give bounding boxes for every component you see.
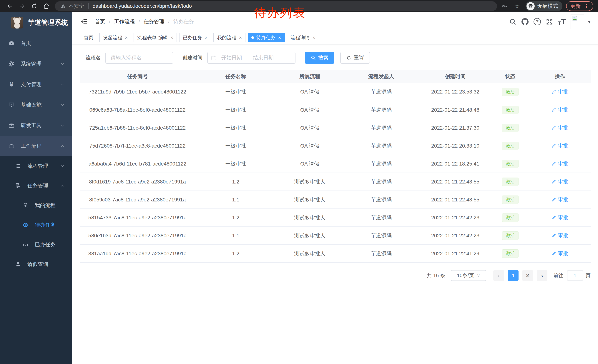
view-tab[interactable]: 首页 [80,33,97,42]
task-name-cell: 1.2 [195,173,277,191]
fullscreen-icon[interactable] [546,18,553,25]
initiator-cell: 芋道源码 [343,191,419,209]
table-row: 725a1eb6-7b88-11ec-8ef0-acde48001122 一级审… [80,119,590,137]
help-icon[interactable]: ? [533,18,541,25]
approve-button[interactable]: 审批 [552,142,568,149]
update-label[interactable]: 更新 [570,3,581,10]
avatar[interactable] [571,14,584,29]
bookmark-star-icon[interactable]: ☆ [512,1,522,11]
approve-button[interactable]: 审批 [552,250,568,257]
date-range-picker[interactable]: - [207,52,295,64]
range-separator: - [247,55,248,61]
breadcrumb-item[interactable]: 任务管理 [144,18,165,25]
process-cell: OA 请假 [277,137,343,155]
tab-close-icon[interactable]: × [125,35,128,40]
process-cell: OA 请假 [277,101,343,119]
approve-button[interactable]: 审批 [552,178,568,185]
view-tab[interactable]: 流程详情 × [287,33,319,42]
browser-back-icon[interactable] [5,1,15,11]
pencil-icon [552,233,556,238]
breadcrumb-item[interactable]: 首页 [95,18,105,25]
sidebar-item-label: 工作流程 [21,143,42,150]
total-count: 共 16 条 [427,272,445,279]
page-size-select[interactable]: 10条/页 ∨ [451,270,486,281]
sidebar-item-home[interactable]: 首页 [0,33,72,54]
avatar-caret-icon[interactable]: ▾ [588,19,590,25]
table-row: 069c6a63-7b8a-11ec-8ef0-acde48001122 一级审… [80,101,590,119]
sidebar-item-leave-query[interactable]: 请假查询 [0,254,72,274]
end-date-input[interactable] [249,55,277,61]
sidebar-item-my-process[interactable]: 我的流程 [0,195,72,215]
task-name-cell: 1.1 [195,226,277,245]
sidebar-item-infrastructure[interactable]: 基础设施 [0,95,72,115]
browser-update-button[interactable]: 更新 ⋮ [566,1,593,11]
url-text[interactable]: dashboard.yudao.iocoder.cn/bpm/task/todo [93,3,192,9]
sidebar-item-label: 系统管理 [21,60,42,67]
reset-button[interactable]: 重置 [340,52,370,64]
process-name-input[interactable] [105,52,173,64]
not-secure-warning-icon[interactable] [60,3,66,9]
sidebar-item-devtools[interactable]: 研发工具 [0,115,72,136]
goto-page-input[interactable] [567,270,583,281]
password-key-icon[interactable] [500,1,510,11]
table-row: 8f0d1619-7ac8-11ec-a9e2-a2380e71991a 1.2… [80,173,590,191]
sidebar-item-workflow[interactable]: 工作流程 [0,136,72,156]
approve-button[interactable]: 审批 [552,232,568,239]
pencil-icon [552,125,556,130]
sidebar-item-task-management[interactable]: 任务管理 [0,176,72,195]
goto-label: 前往 [553,272,563,279]
next-page-button[interactable]: › [537,270,548,281]
tab-close-icon[interactable]: × [239,35,242,40]
sidebar-item-done-tasks[interactable]: 已办任务 [0,235,72,254]
view-tab[interactable]: 我的流程 × [213,33,245,42]
view-tab[interactable]: 已办任务 × [179,33,211,42]
sidebar-item-payment[interactable]: ¥ 支付管理 [0,74,72,95]
tab-close-icon[interactable]: × [313,35,315,40]
todo-task-table: 任务编号任务名称所属流程流程发起人创建时间状态操作 73211d9d-7b9b-… [80,70,590,263]
sidebar-item-todo-tasks[interactable]: 待办任务 [0,215,72,235]
search-button[interactable]: 搜索 [305,52,334,64]
approve-button[interactable]: 审批 [552,124,568,131]
approve-button[interactable]: 审批 [552,214,568,221]
sidebar-item-system[interactable]: 系统管理 [0,54,72,74]
tab-close-icon[interactable]: × [170,35,173,40]
github-icon[interactable] [521,18,529,25]
view-tab[interactable]: 待办任务 × [248,33,284,42]
incognito-icon [526,2,535,10]
start-date-input[interactable] [218,55,245,61]
prev-page-button[interactable]: ‹ [493,270,504,281]
security-label[interactable]: 不安全 [68,3,84,10]
pencil-icon [552,197,556,202]
table-row: 8f059c03-7ac8-11ec-a9e2-a2380e71991a 1.1… [80,191,590,209]
approve-button[interactable]: 审批 [552,106,568,113]
chevron-down-icon: ∨ [477,273,480,278]
approve-button[interactable]: 审批 [552,160,568,167]
status-badge: 激活 [502,249,519,258]
task-id-cell: 069c6a63-7b8a-11ec-8ef0-acde48001122 [80,101,195,119]
approve-button[interactable]: 审批 [552,88,568,95]
browser-forward-icon[interactable] [17,1,27,11]
breadcrumb-item[interactable]: 工作流程 [114,18,135,25]
breadcrumb-item[interactable]: 待办任务 [173,18,194,25]
process-cell: 测试多审批人 [277,209,343,226]
approve-button[interactable]: 审批 [552,196,568,203]
table-row: 58154733-7ac8-11ec-a9e2-a2380e71991a 1.2… [80,209,590,226]
sidebar-item-process-management[interactable]: 流程管理 [0,156,72,176]
search-icon[interactable] [509,18,516,25]
tab-close-icon[interactable]: × [278,35,281,40]
font-size-icon[interactable]: TT [558,17,566,26]
browser-home-icon[interactable] [42,1,51,11]
view-tab[interactable]: 流程表单-编辑 × [133,33,177,42]
sidebar-collapse-icon[interactable] [80,17,89,26]
initiator-cell: 芋道源码 [343,245,419,263]
search-icon [311,55,316,60]
sidebar-item-label: 基础设施 [21,101,42,108]
tab-close-icon[interactable]: × [205,35,208,40]
page-number-button[interactable]: 1 [508,270,519,281]
browser-menu-icon[interactable]: ⋮ [583,3,589,9]
tab-label: 发起流程 [103,34,122,41]
browser-reload-icon[interactable] [29,1,39,11]
page-number-button[interactable]: 2 [522,270,533,281]
process-name-label: 流程名 [86,54,100,61]
view-tab[interactable]: 发起流程 × [99,33,131,42]
